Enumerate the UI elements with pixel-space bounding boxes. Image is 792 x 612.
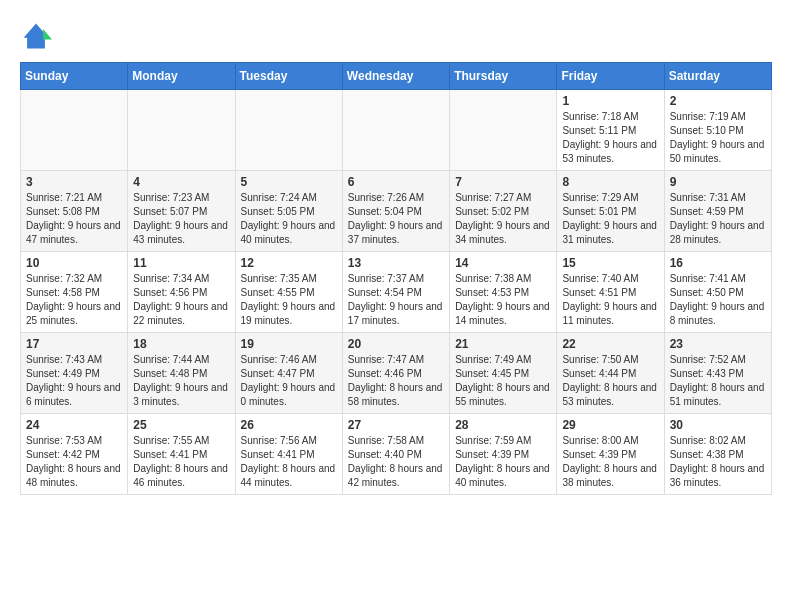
calendar-cell: 29Sunrise: 8:00 AM Sunset: 4:39 PM Dayli…: [557, 414, 664, 495]
day-info: Sunrise: 7:43 AM Sunset: 4:49 PM Dayligh…: [26, 353, 122, 409]
day-info: Sunrise: 7:29 AM Sunset: 5:01 PM Dayligh…: [562, 191, 658, 247]
day-number: 5: [241, 175, 337, 189]
day-number: 19: [241, 337, 337, 351]
day-number: 1: [562, 94, 658, 108]
day-number: 15: [562, 256, 658, 270]
day-number: 28: [455, 418, 551, 432]
day-number: 4: [133, 175, 229, 189]
logo-icon: [20, 20, 52, 52]
day-info: Sunrise: 7:24 AM Sunset: 5:05 PM Dayligh…: [241, 191, 337, 247]
page-header: [20, 20, 772, 52]
day-number: 23: [670, 337, 766, 351]
day-number: 9: [670, 175, 766, 189]
day-info: Sunrise: 7:53 AM Sunset: 4:42 PM Dayligh…: [26, 434, 122, 490]
day-number: 16: [670, 256, 766, 270]
calendar-cell: 9Sunrise: 7:31 AM Sunset: 4:59 PM Daylig…: [664, 171, 771, 252]
day-number: 6: [348, 175, 444, 189]
calendar-cell: [21, 90, 128, 171]
day-info: Sunrise: 7:41 AM Sunset: 4:50 PM Dayligh…: [670, 272, 766, 328]
calendar-cell: 30Sunrise: 8:02 AM Sunset: 4:38 PM Dayli…: [664, 414, 771, 495]
calendar-cell: 24Sunrise: 7:53 AM Sunset: 4:42 PM Dayli…: [21, 414, 128, 495]
calendar-cell: 26Sunrise: 7:56 AM Sunset: 4:41 PM Dayli…: [235, 414, 342, 495]
day-info: Sunrise: 7:19 AM Sunset: 5:10 PM Dayligh…: [670, 110, 766, 166]
day-info: Sunrise: 7:40 AM Sunset: 4:51 PM Dayligh…: [562, 272, 658, 328]
day-info: Sunrise: 7:49 AM Sunset: 4:45 PM Dayligh…: [455, 353, 551, 409]
calendar-cell: 27Sunrise: 7:58 AM Sunset: 4:40 PM Dayli…: [342, 414, 449, 495]
day-info: Sunrise: 7:23 AM Sunset: 5:07 PM Dayligh…: [133, 191, 229, 247]
day-info: Sunrise: 7:37 AM Sunset: 4:54 PM Dayligh…: [348, 272, 444, 328]
day-number: 7: [455, 175, 551, 189]
calendar-week-3: 10Sunrise: 7:32 AM Sunset: 4:58 PM Dayli…: [21, 252, 772, 333]
calendar-cell: [235, 90, 342, 171]
day-info: Sunrise: 7:59 AM Sunset: 4:39 PM Dayligh…: [455, 434, 551, 490]
calendar-header-row: SundayMondayTuesdayWednesdayThursdayFrid…: [21, 63, 772, 90]
calendar-header-thursday: Thursday: [450, 63, 557, 90]
day-number: 22: [562, 337, 658, 351]
day-info: Sunrise: 7:34 AM Sunset: 4:56 PM Dayligh…: [133, 272, 229, 328]
day-number: 10: [26, 256, 122, 270]
day-info: Sunrise: 7:47 AM Sunset: 4:46 PM Dayligh…: [348, 353, 444, 409]
calendar-cell: 21Sunrise: 7:49 AM Sunset: 4:45 PM Dayli…: [450, 333, 557, 414]
day-number: 29: [562, 418, 658, 432]
day-info: Sunrise: 7:50 AM Sunset: 4:44 PM Dayligh…: [562, 353, 658, 409]
calendar-cell: 11Sunrise: 7:34 AM Sunset: 4:56 PM Dayli…: [128, 252, 235, 333]
day-info: Sunrise: 7:58 AM Sunset: 4:40 PM Dayligh…: [348, 434, 444, 490]
day-number: 14: [455, 256, 551, 270]
calendar-cell: [450, 90, 557, 171]
svg-marker-1: [43, 29, 52, 40]
calendar-cell: 15Sunrise: 7:40 AM Sunset: 4:51 PM Dayli…: [557, 252, 664, 333]
day-info: Sunrise: 7:27 AM Sunset: 5:02 PM Dayligh…: [455, 191, 551, 247]
calendar-header-sunday: Sunday: [21, 63, 128, 90]
day-info: Sunrise: 7:26 AM Sunset: 5:04 PM Dayligh…: [348, 191, 444, 247]
calendar-cell: 18Sunrise: 7:44 AM Sunset: 4:48 PM Dayli…: [128, 333, 235, 414]
calendar-cell: 2Sunrise: 7:19 AM Sunset: 5:10 PM Daylig…: [664, 90, 771, 171]
calendar-cell: 1Sunrise: 7:18 AM Sunset: 5:11 PM Daylig…: [557, 90, 664, 171]
day-info: Sunrise: 7:31 AM Sunset: 4:59 PM Dayligh…: [670, 191, 766, 247]
day-number: 24: [26, 418, 122, 432]
day-info: Sunrise: 7:18 AM Sunset: 5:11 PM Dayligh…: [562, 110, 658, 166]
calendar-cell: 22Sunrise: 7:50 AM Sunset: 4:44 PM Dayli…: [557, 333, 664, 414]
day-number: 3: [26, 175, 122, 189]
day-number: 11: [133, 256, 229, 270]
day-number: 2: [670, 94, 766, 108]
calendar-cell: 12Sunrise: 7:35 AM Sunset: 4:55 PM Dayli…: [235, 252, 342, 333]
calendar-week-1: 1Sunrise: 7:18 AM Sunset: 5:11 PM Daylig…: [21, 90, 772, 171]
day-info: Sunrise: 8:02 AM Sunset: 4:38 PM Dayligh…: [670, 434, 766, 490]
logo: [20, 20, 56, 52]
calendar-cell: 6Sunrise: 7:26 AM Sunset: 5:04 PM Daylig…: [342, 171, 449, 252]
calendar-table: SundayMondayTuesdayWednesdayThursdayFrid…: [20, 62, 772, 495]
day-number: 26: [241, 418, 337, 432]
day-info: Sunrise: 7:46 AM Sunset: 4:47 PM Dayligh…: [241, 353, 337, 409]
day-number: 13: [348, 256, 444, 270]
calendar-header-saturday: Saturday: [664, 63, 771, 90]
calendar-cell: 4Sunrise: 7:23 AM Sunset: 5:07 PM Daylig…: [128, 171, 235, 252]
day-number: 30: [670, 418, 766, 432]
calendar-cell: 25Sunrise: 7:55 AM Sunset: 4:41 PM Dayli…: [128, 414, 235, 495]
calendar-week-5: 24Sunrise: 7:53 AM Sunset: 4:42 PM Dayli…: [21, 414, 772, 495]
day-number: 8: [562, 175, 658, 189]
calendar-cell: 14Sunrise: 7:38 AM Sunset: 4:53 PM Dayli…: [450, 252, 557, 333]
calendar-cell: [342, 90, 449, 171]
day-number: 18: [133, 337, 229, 351]
calendar-header-friday: Friday: [557, 63, 664, 90]
calendar-week-4: 17Sunrise: 7:43 AM Sunset: 4:49 PM Dayli…: [21, 333, 772, 414]
calendar-header-tuesday: Tuesday: [235, 63, 342, 90]
calendar-cell: 3Sunrise: 7:21 AM Sunset: 5:08 PM Daylig…: [21, 171, 128, 252]
calendar-header-wednesday: Wednesday: [342, 63, 449, 90]
day-info: Sunrise: 7:52 AM Sunset: 4:43 PM Dayligh…: [670, 353, 766, 409]
day-number: 12: [241, 256, 337, 270]
day-number: 27: [348, 418, 444, 432]
calendar-cell: 16Sunrise: 7:41 AM Sunset: 4:50 PM Dayli…: [664, 252, 771, 333]
calendar-cell: 19Sunrise: 7:46 AM Sunset: 4:47 PM Dayli…: [235, 333, 342, 414]
day-number: 20: [348, 337, 444, 351]
calendar-cell: [128, 90, 235, 171]
day-info: Sunrise: 7:21 AM Sunset: 5:08 PM Dayligh…: [26, 191, 122, 247]
day-number: 25: [133, 418, 229, 432]
day-info: Sunrise: 7:38 AM Sunset: 4:53 PM Dayligh…: [455, 272, 551, 328]
calendar-cell: 28Sunrise: 7:59 AM Sunset: 4:39 PM Dayli…: [450, 414, 557, 495]
calendar-cell: 13Sunrise: 7:37 AM Sunset: 4:54 PM Dayli…: [342, 252, 449, 333]
day-info: Sunrise: 7:35 AM Sunset: 4:55 PM Dayligh…: [241, 272, 337, 328]
day-info: Sunrise: 7:55 AM Sunset: 4:41 PM Dayligh…: [133, 434, 229, 490]
calendar-cell: 8Sunrise: 7:29 AM Sunset: 5:01 PM Daylig…: [557, 171, 664, 252]
day-info: Sunrise: 7:56 AM Sunset: 4:41 PM Dayligh…: [241, 434, 337, 490]
